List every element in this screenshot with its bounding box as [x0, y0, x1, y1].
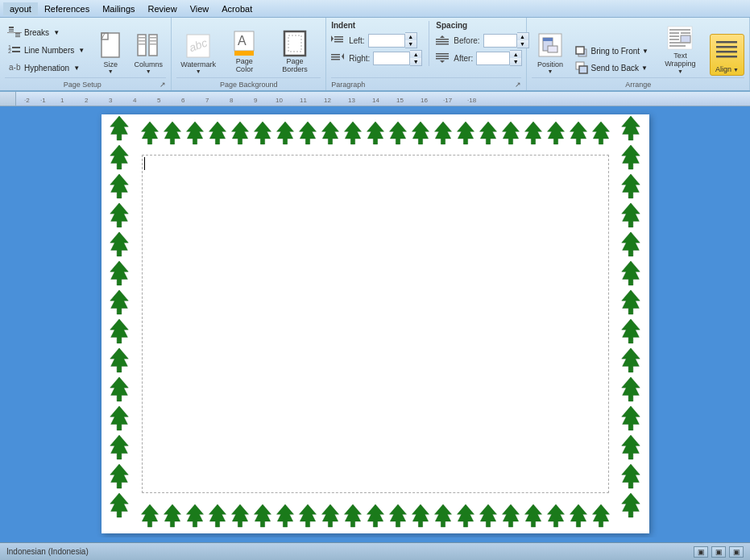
- indent-right-up[interactable]: ▲: [410, 51, 421, 58]
- tree: [454, 501, 477, 530]
- tree: [139, 501, 161, 530]
- page-color-button[interactable]: A Page Color: [222, 27, 267, 76]
- indent-right-row: Right: 0 cm ▲ ▼: [331, 50, 422, 66]
- watermark-arrow: ▼: [196, 68, 201, 74]
- svg-marker-135: [110, 261, 129, 285]
- menu-view[interactable]: View: [184, 2, 216, 15]
- svg-marker-148: [622, 232, 640, 256]
- svg-text:14: 14: [372, 97, 379, 104]
- tree: [567, 118, 590, 147]
- tree: [184, 118, 206, 147]
- spacing-after-up[interactable]: ▲: [510, 51, 521, 58]
- spacing-before-input[interactable]: 0 pt: [483, 34, 517, 48]
- svg-rect-31: [334, 39, 343, 40]
- hyphenation-button[interactable]: a-b Hyphenation ▼: [5, 60, 87, 76]
- svg-marker-149: [622, 261, 640, 285]
- svg-text:A: A: [238, 34, 247, 48]
- svg-marker-138: [110, 348, 129, 372]
- svg-marker-129: [592, 504, 609, 527]
- menu-mailings[interactable]: Mailings: [96, 2, 141, 15]
- paragraph-expand[interactable]: ↗: [515, 81, 521, 89]
- align-button[interactable]: Align ▼: [710, 34, 744, 76]
- tree: [432, 501, 454, 530]
- tree: [107, 375, 131, 404]
- breaks-button[interactable]: Breaks ▼: [5, 24, 87, 40]
- page-setup-expand[interactable]: ↗: [160, 81, 166, 89]
- tree: [619, 463, 643, 492]
- size-button[interactable]: Size ▼: [93, 30, 128, 76]
- svg-text:16: 16: [421, 97, 428, 104]
- tree: [342, 501, 364, 530]
- tree: [619, 317, 643, 346]
- language-indicator: Indonesian (Indonesia): [6, 547, 89, 556]
- svg-marker-102: [457, 122, 474, 144]
- tree: [545, 118, 567, 147]
- svg-marker-98: [367, 122, 383, 144]
- menu-review[interactable]: Review: [142, 2, 184, 15]
- document-page[interactable]: [102, 114, 649, 533]
- svg-marker-137: [110, 319, 129, 343]
- indent-right-down[interactable]: ▼: [410, 58, 421, 65]
- menu-references[interactable]: References: [38, 2, 96, 15]
- spacing-after-down[interactable]: ▼: [510, 58, 521, 65]
- svg-marker-41: [440, 35, 445, 38]
- tree: [107, 288, 131, 317]
- svg-marker-33: [331, 35, 334, 42]
- line-numbers-button[interactable]: 12 Line Numbers ▼: [5, 42, 87, 58]
- tree: [387, 501, 409, 530]
- svg-marker-95: [299, 122, 316, 144]
- align-icon: [712, 36, 741, 65]
- page-borders-button[interactable]: Page Borders: [269, 27, 321, 76]
- watermark-button[interactable]: abc Watermark ▼: [176, 30, 220, 76]
- indent-left-input[interactable]: 0 cm: [368, 34, 405, 48]
- send-to-back-button[interactable]: Send to Back ▼: [572, 60, 652, 76]
- tree: [107, 114, 131, 143]
- bring-to-front-button[interactable]: Bring to Front ▼: [572, 43, 652, 59]
- page-color-icon: A: [230, 29, 259, 58]
- svg-text:·17: ·17: [443, 97, 453, 104]
- page-setup-left: Breaks ▼ 12 Line Numbers ▼ a-b Hyphenati…: [5, 24, 87, 76]
- indent-right-arrows: ▲ ▼: [410, 50, 422, 66]
- svg-rect-17: [138, 37, 146, 39]
- tree: [619, 143, 643, 172]
- tree: [590, 501, 612, 530]
- svg-marker-128: [570, 504, 586, 527]
- tree: [619, 201, 643, 230]
- text-wrapping-button[interactable]: Text Wrapping ▼: [654, 22, 706, 76]
- indent-left-down[interactable]: ▼: [405, 40, 416, 48]
- status-btn-2[interactable]: ▣: [711, 546, 726, 558]
- tree: [107, 201, 131, 230]
- svg-marker-153: [622, 377, 640, 401]
- tree: [619, 230, 643, 259]
- status-btn-1[interactable]: ▣: [694, 546, 708, 558]
- tree: [364, 501, 387, 530]
- breaks-icon: [7, 25, 22, 39]
- svg-marker-147: [622, 203, 640, 227]
- columns-button[interactable]: Columns ▼: [131, 30, 166, 76]
- svg-rect-6: [7, 32, 22, 33]
- tree: [229, 118, 251, 147]
- svg-rect-32: [334, 41, 343, 43]
- position-button[interactable]: Position ▼: [532, 30, 568, 76]
- svg-marker-114: [254, 504, 271, 527]
- svg-marker-94: [276, 122, 293, 144]
- svg-marker-151: [622, 319, 640, 343]
- menu-acrobat[interactable]: Acrobat: [215, 2, 259, 15]
- tree: [619, 375, 643, 404]
- document-content[interactable]: [142, 155, 609, 493]
- menu-layout[interactable]: ayout: [3, 2, 38, 15]
- indent-right-input[interactable]: 0 cm: [373, 52, 410, 65]
- svg-marker-107: [570, 122, 586, 144]
- indent-left-up[interactable]: ▲: [405, 33, 416, 40]
- status-btn-3[interactable]: ▣: [729, 546, 744, 558]
- spacing-title: Spacing: [436, 21, 528, 30]
- svg-marker-144: [622, 116, 640, 140]
- svg-marker-152: [622, 348, 640, 372]
- tree: [590, 118, 612, 147]
- spacing-after-input[interactable]: 10 pt: [476, 52, 510, 65]
- tree: [319, 118, 342, 147]
- svg-rect-21: [149, 40, 157, 42]
- tree: [206, 118, 229, 147]
- hyphenation-arrow: ▼: [73, 64, 80, 72]
- svg-rect-26: [234, 51, 254, 56]
